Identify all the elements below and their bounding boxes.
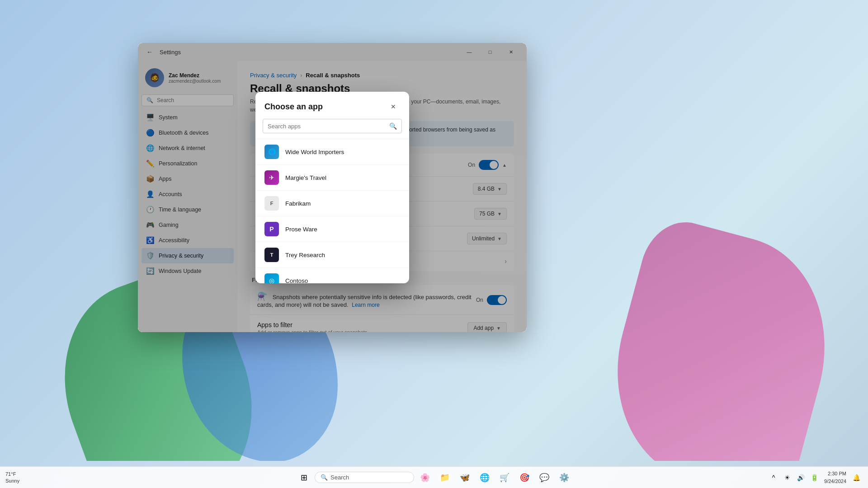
trey-icon: T: [264, 248, 279, 262]
margie-icon: ✈: [264, 170, 279, 185]
weather-widget: 71°F Sunny: [5, 471, 19, 484]
taskbar-files-btn[interactable]: 📁: [436, 469, 454, 487]
prose-icon: P: [264, 222, 279, 236]
app-item-fabrikam[interactable]: F Fabrikam: [255, 191, 409, 216]
modal-search-icon: 🔍: [389, 122, 397, 130]
clock[interactable]: 2:30 PM 9/24/2024: [824, 470, 846, 485]
tray-brightness[interactable]: ☀: [781, 471, 793, 484]
taskbar-edge-btn[interactable]: 🌐: [476, 469, 494, 487]
taskbar-right: ^ ☀ 🔊 🔋 2:30 PM 9/24/2024 🔔: [767, 470, 863, 485]
contoso-icon: ◎: [264, 273, 279, 283]
taskbar-widget-btn[interactable]: 🌸: [416, 469, 434, 487]
tray-speaker[interactable]: 🔊: [794, 471, 807, 484]
prose-name: Prose Ware: [285, 226, 317, 233]
time-display: 2:30 PM: [824, 470, 846, 478]
taskbar: 71°F Sunny ⊞ 🔍 Search 🌸 📁 🦋 🌐 🛒 🎯 💬 ⚙️ ^…: [0, 466, 868, 488]
search-icon: 🔍: [321, 474, 328, 481]
contoso-name: Contoso: [285, 277, 308, 284]
date-display: 9/24/2024: [824, 478, 846, 485]
tray-chevron[interactable]: ^: [767, 471, 780, 484]
trey-name: Trey Research: [285, 252, 325, 258]
fabrikam-name: Fabrikam: [285, 200, 311, 207]
app-item-wwi[interactable]: 🌐 Wide World Importers: [255, 139, 409, 165]
app-item-prose[interactable]: P Prose Ware: [255, 216, 409, 242]
modal-search-input[interactable]: [268, 123, 386, 130]
margie-name: Margie's Travel: [285, 174, 326, 181]
taskbar-store-btn[interactable]: 🛒: [495, 469, 514, 487]
taskbar-center: ⊞ 🔍 Search 🌸 📁 🦋 🌐 🛒 🎯 💬 ⚙️: [295, 469, 573, 487]
search-label: Search: [330, 474, 349, 481]
taskbar-search[interactable]: 🔍 Search: [315, 472, 414, 483]
fabrikam-icon: F: [264, 196, 279, 211]
modal-search[interactable]: 🔍: [263, 119, 402, 133]
settings-window: ← Settings — □ ✕ 🧔 Zac Mendez zacmendez@…: [138, 43, 527, 332]
start-button[interactable]: ⊞: [295, 469, 313, 487]
app-list: 🌐 Wide World Importers ✈ Margie's Travel…: [255, 139, 409, 283]
taskbar-left: 71°F Sunny: [5, 471, 19, 484]
app-item-trey[interactable]: T Trey Research: [255, 242, 409, 268]
app-item-contoso[interactable]: ◎ Contoso: [255, 268, 409, 283]
modal-title: Choose an app: [264, 102, 323, 112]
notification-bell[interactable]: 🔔: [850, 471, 863, 484]
system-tray: ^ ☀ 🔊 🔋: [767, 471, 821, 484]
weather-condition: Sunny: [5, 478, 19, 484]
choose-app-modal: Choose an app ✕ 🔍 🌐 Wide World Importers…: [255, 92, 409, 283]
modal-close-button[interactable]: ✕: [387, 100, 400, 113]
wwi-icon: 🌐: [264, 145, 279, 159]
taskbar-settings-btn[interactable]: ⚙️: [555, 469, 573, 487]
taskbar-teams-btn[interactable]: 💬: [535, 469, 553, 487]
wwi-name: Wide World Importers: [285, 149, 344, 155]
taskbar-xbox-btn[interactable]: 🎯: [515, 469, 533, 487]
tray-battery[interactable]: 🔋: [808, 471, 821, 484]
app-item-margie[interactable]: ✈ Margie's Travel: [255, 165, 409, 191]
modal-header: Choose an app ✕: [255, 92, 409, 119]
temperature: 71°F: [5, 471, 19, 477]
taskbar-copilot-btn[interactable]: 🦋: [456, 469, 474, 487]
